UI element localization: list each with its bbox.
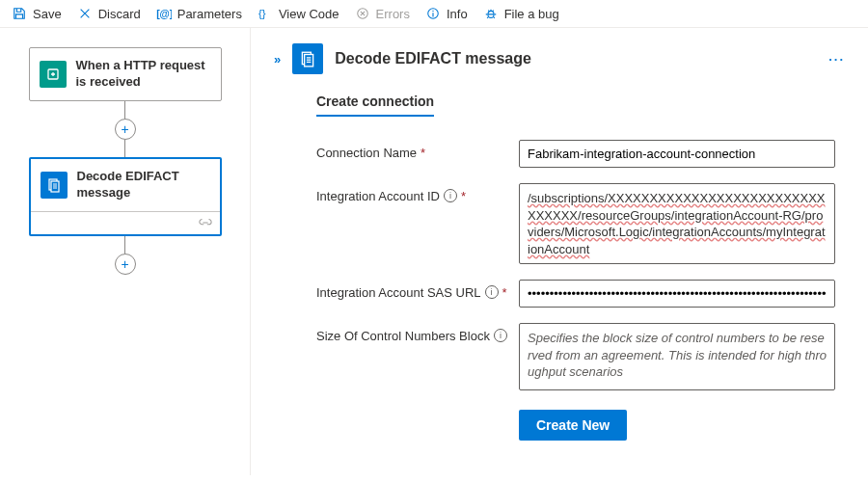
filebug-button[interactable]: File a bug xyxy=(483,6,559,21)
edifact-icon xyxy=(41,172,68,199)
designer-canvas: When a HTTP request is received + Decode… xyxy=(0,28,251,475)
toolbar: Save Discard [@] Parameters {} View Code… xyxy=(0,0,868,28)
link-icon xyxy=(199,218,212,228)
sas-url-input[interactable] xyxy=(519,280,835,308)
errors-label: Errors xyxy=(376,7,410,21)
block-size-input[interactable]: Specifies the block size of control numb… xyxy=(519,323,835,390)
discard-button[interactable]: Discard xyxy=(77,6,141,21)
bug-icon xyxy=(483,6,499,21)
required-asterisk: * xyxy=(461,189,466,203)
info-icon[interactable]: i xyxy=(485,285,499,299)
parameters-label: Parameters xyxy=(177,7,242,21)
errors-icon xyxy=(355,6,370,21)
action-node[interactable]: Decode EDIFACT message xyxy=(29,157,222,236)
svg-text:{}: {} xyxy=(258,8,266,19)
create-new-button[interactable]: Create New xyxy=(519,410,627,441)
svg-point-4 xyxy=(432,11,433,12)
label-integration-account-id: Integration Account ID i * xyxy=(316,183,519,203)
panel-header: » Decode EDIFACT message ··· xyxy=(274,43,845,74)
connector-line xyxy=(124,140,125,157)
add-step-button[interactable]: + xyxy=(115,119,136,140)
connector-line xyxy=(124,236,125,254)
trigger-label: When a HTTP request is received xyxy=(76,58,211,91)
viewcode-label: View Code xyxy=(279,7,339,21)
tab-create-connection[interactable]: Create connection xyxy=(316,94,434,117)
panel-title: Decode EDIFACT message xyxy=(335,50,817,67)
collapse-icon[interactable]: » xyxy=(274,52,281,67)
row-integration-account-id: Integration Account ID i * /subscription… xyxy=(316,183,835,264)
tab-bar: Create connection xyxy=(274,94,845,117)
save-button[interactable]: Save xyxy=(12,6,62,21)
more-menu-button[interactable]: ··· xyxy=(828,52,845,67)
workspace: When a HTTP request is received + Decode… xyxy=(0,28,868,475)
trigger-node[interactable]: When a HTTP request is received xyxy=(29,47,222,101)
info-label: Info xyxy=(447,7,468,21)
filebug-label: File a bug xyxy=(504,7,559,21)
parameters-icon: [@] xyxy=(156,6,172,21)
integration-account-id-input[interactable]: /subscriptions/XXXXXXXXXXXXXXXXXXXXXXXXX… xyxy=(519,183,835,264)
row-connection-name: Connection Name * xyxy=(316,140,835,168)
info-icon[interactable]: i xyxy=(444,189,457,202)
info-icon xyxy=(425,6,441,21)
action-footer xyxy=(31,211,220,234)
action-label: Decode EDIFACT message xyxy=(77,169,210,201)
info-button[interactable]: Info xyxy=(425,6,468,21)
connection-name-input[interactable] xyxy=(519,140,835,168)
row-sas-url: Integration Account SAS URL i * xyxy=(316,280,835,308)
braces-icon: {} xyxy=(258,6,273,21)
save-label: Save xyxy=(33,7,62,21)
discard-label: Discard xyxy=(98,7,141,21)
connector-line xyxy=(124,101,125,119)
http-trigger-icon xyxy=(40,61,67,88)
svg-text:[@]: [@] xyxy=(156,8,172,19)
add-step-button[interactable]: + xyxy=(115,254,136,275)
label-block-size: Size Of Control Numbers Block i xyxy=(316,323,519,343)
errors-button[interactable]: Errors xyxy=(355,6,410,21)
detail-panel: » Decode EDIFACT message ··· Create conn… xyxy=(251,28,868,475)
row-block-size: Size Of Control Numbers Block i Specifie… xyxy=(316,323,835,390)
action-header: Decode EDIFACT message xyxy=(31,159,220,211)
required-asterisk: * xyxy=(420,146,425,160)
viewcode-button[interactable]: {} View Code xyxy=(258,6,339,21)
discard-icon xyxy=(77,6,93,21)
label-connection-name: Connection Name * xyxy=(316,140,519,160)
required-asterisk: * xyxy=(502,285,507,300)
parameters-button[interactable]: [@] Parameters xyxy=(156,6,242,21)
panel-edifact-icon xyxy=(292,43,323,74)
label-sas-url: Integration Account SAS URL i * xyxy=(316,280,519,300)
connection-form: Connection Name * Integration Account ID… xyxy=(274,140,845,441)
info-icon[interactable]: i xyxy=(494,329,507,342)
save-icon xyxy=(12,6,27,21)
